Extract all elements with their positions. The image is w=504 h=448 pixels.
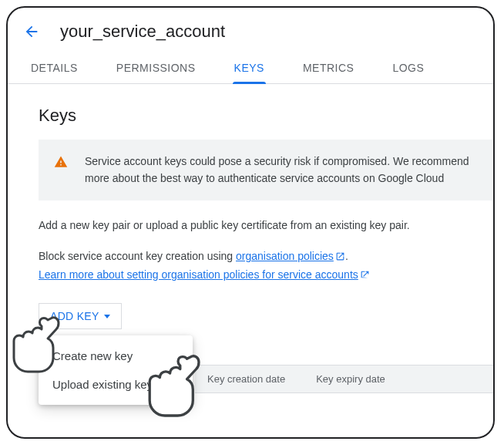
col-expiry-date: Key expiry date	[316, 373, 385, 385]
external-link-icon	[335, 250, 345, 267]
col-creation-date: Key creation date	[207, 373, 285, 385]
caret-down-icon	[104, 315, 110, 318]
external-link-icon	[360, 268, 370, 285]
warning-text-line1: Service account keys could pose a securi…	[85, 153, 469, 170]
add-key-description: Add a new key pair or upload a public ke…	[39, 217, 493, 234]
warning-icon	[54, 155, 68, 172]
section-heading: Keys	[39, 106, 493, 126]
tab-metrics[interactable]: METRICS	[301, 52, 356, 83]
tab-permissions[interactable]: PERMISSIONS	[115, 52, 197, 83]
pointer-hand-icon	[0, 302, 74, 379]
page-title: your_service_account	[60, 22, 225, 42]
warning-text-line2: more about the best way to authenticate …	[85, 170, 469, 187]
tab-logs[interactable]: LOGS	[391, 52, 425, 83]
block-text: Block service account key creation using	[39, 250, 236, 262]
tab-details[interactable]: DETAILS	[29, 52, 79, 83]
pointer-hand-icon	[131, 339, 216, 424]
tab-keys[interactable]: KEYS	[233, 52, 266, 83]
learn-more-link[interactable]: Learn more about setting organisation po…	[39, 268, 370, 281]
tabs-bar: DETAILS PERMISSIONS KEYS METRICS LOGS	[8, 52, 493, 84]
back-arrow-icon[interactable]	[23, 23, 40, 40]
organisation-policies-link[interactable]: organisation policies	[236, 250, 345, 262]
keys-table-header: Key creation date Key expiry date	[195, 365, 493, 393]
warning-banner: Service account keys could pose a securi…	[39, 140, 493, 200]
